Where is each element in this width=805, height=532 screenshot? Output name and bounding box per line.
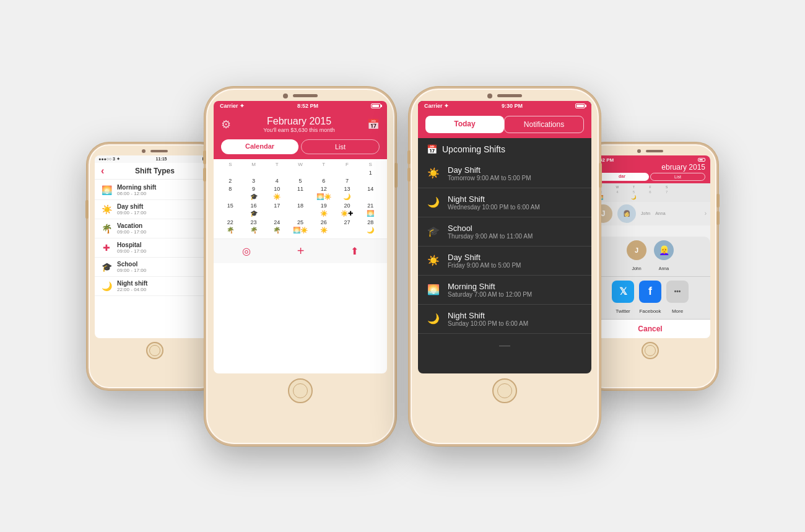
calendar-week: 89🎓10☀️1112🌅☀️13🌙14 [219,186,382,201]
time-1: 11:15 [156,157,167,161]
day-number: 9 [242,186,266,192]
avatar-row: J 👩 John Anna › [590,202,710,225]
calendar-back-btn[interactable]: ◎ [242,245,251,257]
more-share[interactable]: ••• More [666,281,689,315]
vol-up-btn-2[interactable] [203,150,206,164]
power-btn[interactable] [85,200,89,219]
calendar-day[interactable]: 23🌴 [242,219,266,235]
home-button-2[interactable] [288,378,313,403]
calendar-day[interactable]: 28🌙 [359,219,382,235]
home-button-1[interactable] [146,342,163,359]
twitter-share[interactable]: 𝕏 Twitter [612,281,634,315]
avatar-anna: 👩 [617,204,636,223]
calendar-day[interactable]: 8 [219,186,242,201]
home-button-3[interactable] [492,378,517,403]
calendar-day[interactable]: 21🌅 [359,203,382,218]
calendar-add-btn[interactable]: + [297,244,305,258]
tab-calendar[interactable]: Calendar [221,139,298,154]
day-number: 10 [265,186,289,192]
vol-down-btn-3[interactable] [407,168,411,181]
calendar-day[interactable]: 17 [265,203,289,218]
calendar-day[interactable]: 11 [289,186,312,201]
calendar-day[interactable]: 6 [312,178,336,185]
day-number: 14 [359,186,382,192]
contact-anna[interactable]: 👱‍♀️ Anna [654,240,674,273]
shift-type-icon: 🌅 [101,185,112,195]
calendar-day[interactable]: 26☀️ [312,219,336,235]
shift-list: 🌅 Morning shift 06:00 - 12:00 ☀️ Day shi… [95,180,215,297]
calendar-day[interactable]: 24🌴 [265,219,289,235]
calendar-day [242,170,266,177]
shift-list-item[interactable]: 🌅 Morning shift 06:00 - 12:00 [95,181,215,200]
calendar-day[interactable]: 4 [265,178,289,185]
day-number: 18 [289,203,312,209]
back-button[interactable]: ‹ [101,165,104,177]
calendar-day[interactable]: 5 [289,178,312,185]
calendar-day[interactable]: 3 [242,178,266,185]
calendar-day[interactable]: 19☀️ [312,203,336,218]
shift-time: 09:00 - 17:00 [117,229,146,235]
upcoming-shift-row[interactable]: ☀️ Day Shift Friday 9:00 AM to 5:00 PM [418,246,591,276]
vol-down-btn-2[interactable] [203,168,206,181]
shift-list-item[interactable]: ☀️ Day shift 09:00 - 17:00 [95,200,215,219]
upcoming-shift-row[interactable]: 🌅 Morning Shift Saturday 7:00 AM to 12:0… [418,276,591,305]
day-of-week: F [336,162,359,167]
day-icon: 🌅☀️ [289,226,312,235]
shift-list-item[interactable]: ✚ Hospital 09:00 - 17:00 [95,238,215,258]
upcoming-shift-time: Wednesday 10:00 PM to 6:00 AM [448,204,540,211]
shift-type-icon: 🌙 [101,281,112,291]
upcoming-shift-row[interactable]: ☀️ Day Shift Tomorrow 9:00 AM to 5:00 PM [418,159,591,188]
calendar-day[interactable]: 27 [336,219,359,235]
mini-cal-grid: T W T F S 3 4 5 6 7 🌅 [590,183,710,202]
calendar-day[interactable]: 12🌅☀️ [312,186,336,201]
seg-today[interactable]: Today [425,116,504,133]
calendar-icon[interactable]: 📅 [367,118,380,130]
day-icon: 🌴 [265,226,289,235]
shift-list-item[interactable]: 🎓 School 09:00 - 17:00 [95,258,215,277]
calendar-day[interactable]: 15 [219,203,242,218]
mini-tab-list[interactable]: List [650,173,705,181]
tab-list[interactable]: List [301,139,380,154]
seg-notifications[interactable]: Notifications [504,116,584,133]
facebook-share[interactable]: f Facebook [639,281,661,315]
contact-john[interactable]: J John [627,240,646,273]
calendar-week: 1 [219,170,382,177]
calendar-day[interactable]: 13🌙 [336,186,359,201]
calendar-day[interactable]: 16🎓 [242,203,266,218]
john-label: John [641,211,650,216]
cancel-button[interactable]: Cancel [590,320,710,338]
home-button-4[interactable] [642,342,659,359]
vol-up-btn-4[interactable] [716,194,720,207]
calendar-day[interactable]: 2 [219,178,242,185]
mini-month: ebruary 2015 [595,163,705,172]
power-btn-2[interactable] [394,163,398,188]
shift-time: 09:00 - 17:00 [117,210,146,216]
upcoming-shift-row[interactable]: 🎓 School Thursday 9:00 AM to 11:00 AM [418,217,591,246]
vol-down-btn-4[interactable] [716,211,720,225]
upcoming-shift-row[interactable]: 🌙 Night Shift Sunday 10:00 PM to 6:00 AM [418,305,591,334]
calendar-share-btn[interactable]: ⬆ [350,245,359,257]
shift-list-item[interactable]: 🌙 Night shift 22:00 - 04:00 [95,277,215,296]
upcoming-shift-name: School [448,224,533,233]
day-of-week: M [242,162,266,167]
upcoming-shift-row[interactable]: 🌙 Night Shift Wednesday 10:00 PM to 6:00… [418,188,591,217]
calendar-day[interactable]: 10☀️ [265,186,289,201]
day-number: 2 [219,178,242,184]
calendar-day[interactable]: 25🌅☀️ [289,219,312,235]
upcoming-shift-icon: 🎓 [427,225,440,237]
calendar-day[interactable]: 18 [289,203,312,218]
calendar-day[interactable]: 20☀️✚ [336,203,359,218]
calendar-day[interactable]: 7 [336,178,359,185]
shift-list-item[interactable]: 🌴 Vacation 09:00 - 17:00 [95,219,215,238]
calendar-day[interactable]: 9🎓 [242,186,266,201]
upcoming-header: 📅 Upcoming Shifts [418,138,591,159]
status-bar-1: ●●●○○ 3 ✦ 11:15 [95,155,215,163]
vol-up-btn-3[interactable] [407,150,411,164]
calendar-day[interactable]: 22🌴 [219,219,242,235]
settings-icon[interactable]: ⚙ [221,118,231,131]
mini-tab-cal[interactable]: dar [595,173,649,181]
calendar-day[interactable]: 14 [359,186,382,201]
power-btn-3[interactable] [599,163,602,188]
share-apps-row: 𝕏 Twitter f Facebook ••• More [590,277,710,320]
calendar-day[interactable]: 1 [359,170,382,177]
